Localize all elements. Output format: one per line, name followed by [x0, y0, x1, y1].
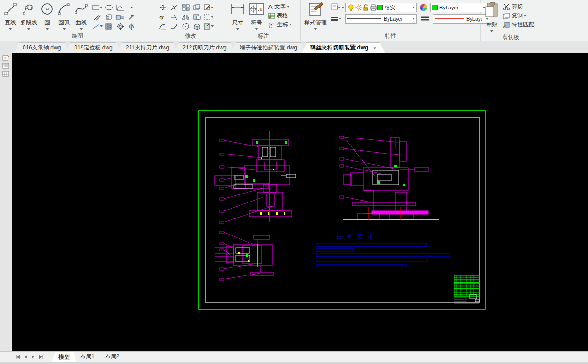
pencil-edit-icon[interactable] — [203, 3, 214, 12]
spline-button[interactable]: 曲线 — [73, 1, 90, 31]
copy-button[interactable]: 复制 — [503, 11, 534, 20]
hatch-edit-icon[interactable] — [203, 22, 214, 31]
chevron-down-icon[interactable] — [236, 28, 239, 30]
array-icon[interactable] — [181, 3, 191, 12]
lineweight-sample — [435, 17, 464, 20]
grid-table-icon[interactable] — [1, 70, 11, 78]
offset-icon[interactable] — [169, 13, 180, 21]
ellipse-icon[interactable] — [104, 3, 114, 12]
color-select[interactable]: ByLayer — [430, 3, 488, 12]
symbol-button[interactable]: .1 符号 — [247, 1, 266, 31]
chevron-down-icon[interactable] — [490, 30, 493, 32]
chevron-down-icon[interactable] — [287, 6, 290, 8]
circle-label: 圆 — [44, 19, 50, 27]
chevron-down-icon[interactable] — [255, 28, 258, 30]
chevron-down-icon[interactable] — [9, 28, 12, 30]
chevron-down-icon[interactable] — [63, 28, 66, 30]
match-properties-icon — [503, 22, 510, 28]
circle-button[interactable]: 圆 — [39, 1, 56, 31]
coordinate-label: 坐标 — [277, 21, 288, 29]
polyline-label: 多段线 — [20, 19, 37, 27]
text-button[interactable]: A 文字 — [268, 2, 292, 11]
style-manager-button[interactable]: 样式管理 — [303, 1, 328, 31]
cut-button[interactable]: 剪切 — [503, 2, 534, 11]
point-icon[interactable] — [126, 3, 137, 12]
linetype-select[interactable]: ByLayer — [345, 14, 417, 24]
fillet-icon[interactable] — [158, 22, 168, 31]
wipeout-icon[interactable]: A — [126, 22, 137, 31]
construction-line-icon[interactable] — [92, 22, 103, 31]
clipboard-panel-label[interactable]: 剪切板 — [483, 33, 539, 41]
tab-layout2[interactable]: 布局2 — [99, 352, 126, 362]
file-tab[interactable]: 212切断刀片.dwg — [174, 42, 235, 53]
sun-icon — [355, 4, 362, 11]
file-tab[interactable]: 019定位板.dwg — [66, 42, 121, 53]
file-tab[interactable]: 端子传送抬起装置.dwg — [232, 42, 306, 53]
double-line-icon[interactable] — [92, 13, 103, 21]
next-tab-icon[interactable] — [29, 353, 37, 361]
rotate-icon[interactable] — [181, 22, 191, 31]
coordinate-button[interactable]: 坐标 — [268, 20, 292, 29]
match-properties-button[interactable]: 特性匹配 — [503, 20, 534, 29]
erase-icon[interactable] — [158, 13, 168, 21]
file-tab[interactable]: 211夹持刀片.dwg — [117, 42, 178, 53]
chevron-down-icon[interactable] — [46, 28, 49, 30]
color-wheel-icon[interactable] — [420, 4, 427, 11]
copy-tool-icon[interactable] — [192, 3, 202, 12]
layer-select[interactable]: 细实 — [345, 3, 417, 12]
gear-icon[interactable] — [115, 22, 125, 31]
polyline-button[interactable]: 多段线 — [19, 1, 39, 31]
chevron-down-icon[interactable] — [27, 28, 30, 30]
chevron-down-icon[interactable] — [341, 7, 344, 8]
window-lines-icon[interactable] — [1, 62, 11, 70]
chevron-down-icon[interactable] — [339, 18, 341, 20]
properties-panel-label[interactable]: 特性 — [303, 32, 479, 41]
file-tab[interactable]: 016支承轴.dwg — [14, 42, 69, 53]
pointer-arrow-icon[interactable] — [126, 13, 137, 21]
table-button[interactable]: 表格 — [268, 11, 292, 20]
curve-axes-icon[interactable] — [115, 3, 125, 12]
lineweight-list-icon[interactable] — [420, 16, 430, 22]
line-icon — [3, 2, 17, 18]
layer-value: 细实 — [385, 4, 397, 11]
tab-model[interactable]: 模型 — [52, 352, 76, 362]
close-icon[interactable]: × — [373, 45, 376, 51]
chevron-down-icon[interactable] — [289, 24, 292, 25]
first-tab-icon[interactable] — [13, 353, 21, 361]
mirror-icon[interactable] — [181, 13, 191, 21]
prev-tab-icon[interactable] — [21, 353, 29, 361]
arc-button[interactable]: 圆弧 — [56, 1, 73, 31]
move-icon[interactable] — [158, 3, 168, 12]
page-edit-icon[interactable] — [1, 54, 11, 62]
region-icon[interactable] — [104, 13, 114, 21]
file-tab-active[interactable]: 聘丝夹持切断装置.dwg × — [302, 42, 385, 53]
layer-state-icon[interactable] — [331, 2, 340, 13]
chevron-down-icon — [412, 7, 415, 8]
rectangle-icon[interactable] — [92, 3, 103, 12]
lineweight-settings-icon[interactable] — [331, 17, 338, 21]
line-button[interactable]: 直线 — [2, 1, 19, 31]
layout-tab-bar: 模型 布局1 布局2 — [0, 351, 588, 362]
chevron-down-icon[interactable] — [80, 28, 83, 30]
stretch-icon[interactable] — [192, 13, 202, 21]
panel-clipboard: 粘贴 剪切 复制 特性匹配 — [481, 0, 541, 41]
trim-icon[interactable] — [169, 3, 180, 12]
annotate-panel-label[interactable]: 标注 — [228, 32, 298, 41]
paste-button[interactable]: 粘贴 — [483, 1, 501, 33]
drawing-canvas[interactable]: 技 术 要 求 — [0, 53, 588, 351]
hatch-icon[interactable] — [104, 22, 114, 31]
tab-layout1[interactable]: 布局1 — [74, 352, 101, 362]
bolt-icon[interactable] — [115, 13, 125, 21]
rect-dashed-icon[interactable] — [203, 13, 214, 21]
last-tab-icon[interactable] — [37, 353, 45, 361]
chamfer-icon[interactable] — [169, 22, 180, 31]
symbol-icon-text: .1 — [258, 7, 262, 12]
modify-panel-label[interactable]: 修改 — [157, 32, 224, 41]
chevron-down-icon[interactable] — [314, 28, 317, 30]
3d-box-icon[interactable] — [192, 22, 202, 31]
linetype-sample — [347, 17, 381, 20]
chevron-down-icon[interactable] — [524, 15, 527, 16]
dimension-button[interactable]: 尺寸 — [228, 1, 247, 31]
draw-panel-label[interactable]: 绘图 — [2, 32, 153, 41]
cad-drawing: 技 术 要 求 — [0, 53, 588, 351]
